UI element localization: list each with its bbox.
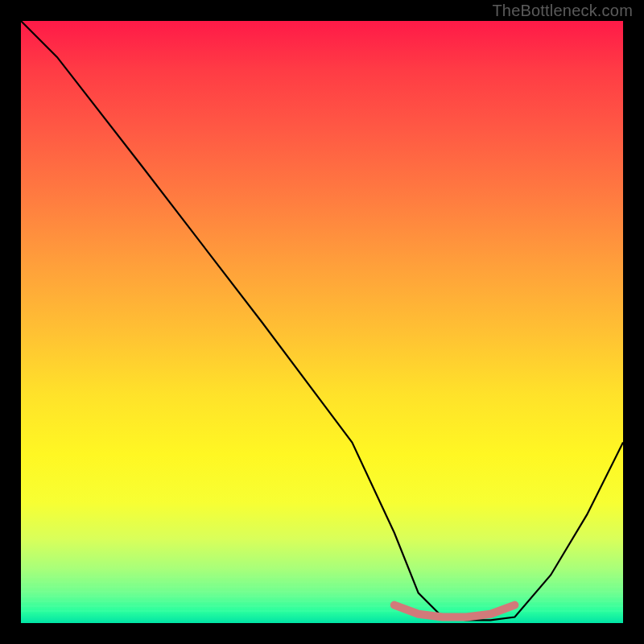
bottleneck-gradient-bg xyxy=(21,21,623,623)
site-watermark: TheBottleneck.com xyxy=(492,2,633,20)
chart-plot-area xyxy=(21,21,623,623)
page-root: TheBottleneck.com xyxy=(0,0,644,644)
